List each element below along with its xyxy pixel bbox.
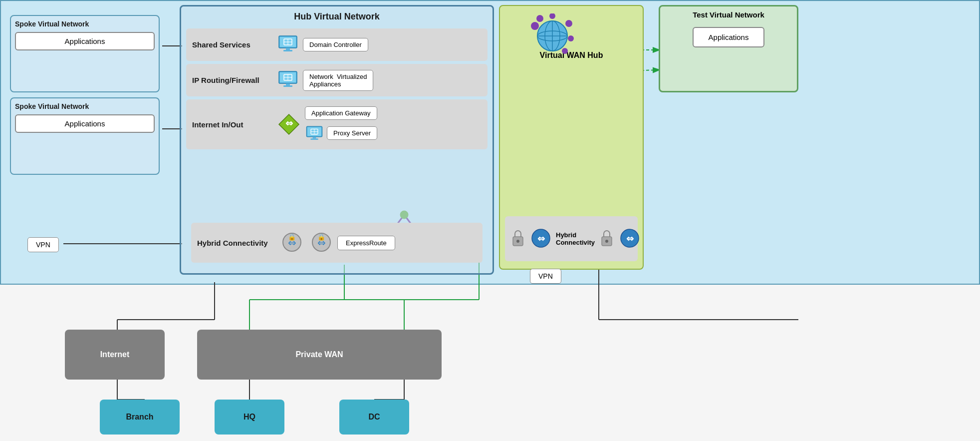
svg-point-59 <box>536 15 543 22</box>
svg-text:🔒: 🔒 <box>317 233 326 241</box>
vpn-box-vwan: VPN <box>530 269 561 284</box>
vwan-area: Virtual WAN Hub ⇔ HybridConnectivity <box>499 5 644 270</box>
svg-point-63 <box>562 48 568 54</box>
svg-point-61 <box>565 20 572 27</box>
vwan-globe <box>530 13 575 60</box>
test-vnet: Test Virtual Network Applications <box>659 5 798 92</box>
shared-services-content: Domain Controller <box>303 38 368 51</box>
monitor-icon-3 <box>305 124 324 143</box>
hub-vnet: Hub Virtual Network Shared Services <box>180 5 494 275</box>
svg-point-62 <box>568 35 574 41</box>
internet-box: Internet <box>65 330 165 380</box>
svg-text:⇔: ⇔ <box>537 234 545 244</box>
svg-text:⇔: ⇔ <box>285 118 293 128</box>
expressroute-box: ExpressRoute <box>337 236 395 250</box>
test-vnet-apps: Applications <box>693 27 765 47</box>
branch-box: Branch <box>100 400 180 435</box>
svg-text:⇔: ⇔ <box>626 234 634 244</box>
private-wan-box: Private WAN <box>197 330 442 380</box>
app-gateway-icon: ⇔ <box>277 112 301 136</box>
vwan-hybrid-icon-2: ⇔ <box>619 227 641 251</box>
spoke-vnet-1-apps: Applications <box>15 32 155 50</box>
svg-rect-41 <box>286 83 290 85</box>
ip-routing-content: Network VirtualizedAppliances <box>303 70 373 91</box>
vwan-lock-icon-2 <box>599 229 615 249</box>
diagram-container: Spoke Virtual Network Applications Spoke… <box>0 0 980 441</box>
vwan-hybrid-row: ⇔ HybridConnectivity ⇔ <box>505 216 638 261</box>
hub-row-hybrid: Hybrid Connectivity ⇔ 🔒 ⇔ 🔒 ExpressRoute <box>191 223 483 263</box>
hq-box: HQ <box>215 400 284 435</box>
dc-box: DC <box>339 400 409 435</box>
svg-rect-35 <box>283 50 292 51</box>
hybrid-lock-icon-2: ⇔ 🔒 <box>310 231 332 255</box>
vwan-hybrid-icon: ⇔ <box>530 227 552 251</box>
svg-rect-51 <box>310 138 318 140</box>
hub-hybrid-label: Hybrid Connectivity <box>197 239 277 247</box>
shared-services-label: Shared Services <box>192 40 272 49</box>
spoke-vnet-1: Spoke Virtual Network Applications <box>10 15 160 92</box>
hybrid-lock-icon-1: ⇔ 🔒 <box>281 231 303 255</box>
internet-content: Application Gateway Proxy Server <box>305 106 377 143</box>
network-virtualized-box: Network VirtualizedAppliances <box>303 70 373 91</box>
svg-point-60 <box>549 13 555 19</box>
svg-point-70 <box>516 240 519 243</box>
svg-point-74 <box>605 240 608 243</box>
svg-text:🔒: 🔒 <box>288 233 296 241</box>
svg-rect-42 <box>283 85 292 87</box>
hub-row-shared-services: Shared Services Domain Controller <box>186 28 488 61</box>
svg-rect-50 <box>313 136 316 138</box>
spoke-vnet-2: Spoke Virtual Network Applications <box>10 97 160 175</box>
svg-point-58 <box>531 22 539 30</box>
spoke-vnet-2-title: Spoke Virtual Network <box>15 102 155 110</box>
vwan-lock-icon <box>510 229 526 249</box>
spoke-vnet-1-title: Spoke Virtual Network <box>15 20 155 28</box>
test-vnet-title: Test Virtual Network <box>660 6 797 22</box>
vwan-hybrid-label: HybridConnectivity <box>556 231 595 246</box>
svg-rect-34 <box>286 48 290 50</box>
internet-inout-label: Internet In/Out <box>192 120 272 129</box>
domain-controller-box: Domain Controller <box>303 38 368 51</box>
hub-row-internet: Internet In/Out ⇔ Application Gateway <box>186 99 488 149</box>
proxy-server-box: Proxy Server <box>327 126 377 140</box>
monitor-icon-2 <box>277 68 299 92</box>
vpn-box-left: VPN <box>27 237 59 252</box>
hub-row-ip-routing: IP Routing/Firewall Network VirtualizedA… <box>186 64 488 96</box>
app-gateway-box: Application Gateway <box>305 106 377 120</box>
monitor-icon-1 <box>277 33 299 56</box>
spoke-vnet-2-apps: Applications <box>15 114 155 133</box>
hub-vnet-title: Hub Virtual Network <box>181 6 492 24</box>
ip-routing-label: IP Routing/Firewall <box>192 76 272 84</box>
